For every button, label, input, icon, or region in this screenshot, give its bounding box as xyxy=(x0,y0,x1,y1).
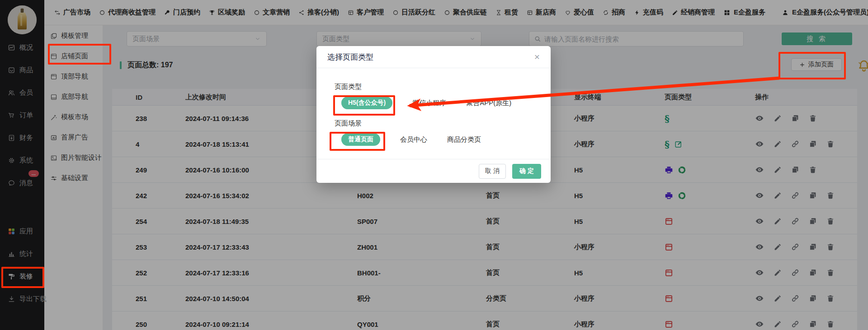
page-scene-option-2[interactable]: 会员中心 xyxy=(400,135,427,144)
modal-header: 选择页面类型 × xyxy=(316,46,551,68)
page-type-options: H5(含公众号)微信小程序聚合APP(原生) xyxy=(341,97,551,109)
page-type-label: 页面类型 xyxy=(335,83,551,91)
page-type-option-3[interactable]: 聚合APP(原生) xyxy=(466,99,511,107)
page-scene-option-1[interactable]: 普通页面 xyxy=(341,133,380,146)
page-scene-label: 页面场景 xyxy=(335,119,551,128)
cancel-button[interactable]: 取 消 xyxy=(479,164,506,179)
page-type-option-1[interactable]: H5(含公众号) xyxy=(341,97,392,109)
modal-footer: 取 消 确 定 xyxy=(316,159,551,183)
page-type-option-2[interactable]: 微信小程序 xyxy=(412,99,446,107)
page-scene-options: 普通页面会员中心商品分类页 xyxy=(341,133,551,146)
confirm-button[interactable]: 确 定 xyxy=(512,164,541,179)
modal-title: 选择页面类型 xyxy=(327,52,534,62)
page-type-modal: 选择页面类型 × 页面类型 H5(含公众号)微信小程序聚合APP(原生) 页面场… xyxy=(316,46,551,183)
page-scene-option-3[interactable]: 商品分类页 xyxy=(447,135,481,144)
close-icon[interactable]: × xyxy=(534,51,540,62)
